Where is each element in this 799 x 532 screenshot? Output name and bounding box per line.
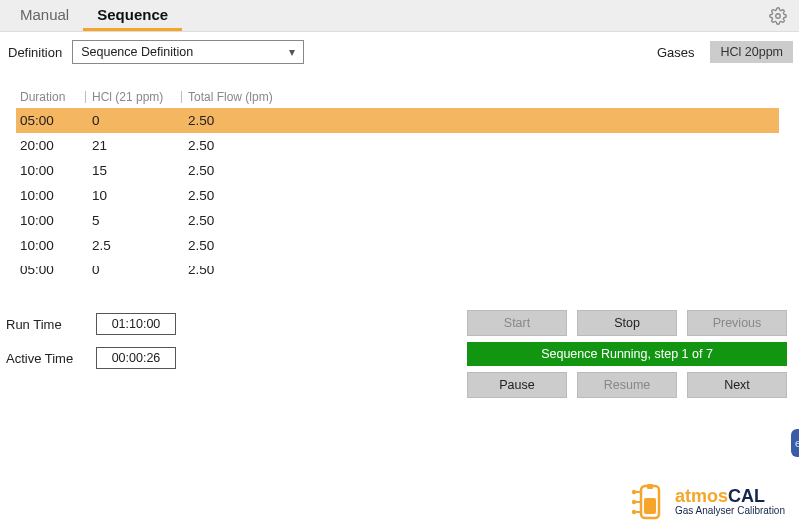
cell-hcl: 5 bbox=[92, 213, 188, 228]
cell-flow: 2.50 bbox=[188, 138, 298, 153]
cell-duration: 10:00 bbox=[16, 163, 92, 178]
table-row[interactable]: 20:00212.50 bbox=[16, 133, 779, 158]
brand-subtitle: Gas Analyser Calibration bbox=[675, 506, 785, 517]
tab-bar: Manual Sequence bbox=[0, 0, 799, 32]
svg-point-0 bbox=[776, 13, 781, 18]
brand-logo-text: atmosCAL Gas Analyser Calibration bbox=[675, 487, 785, 516]
svg-rect-3 bbox=[647, 484, 653, 489]
cell-hcl: 10 bbox=[92, 188, 188, 203]
cell-hcl: 2.5 bbox=[92, 238, 188, 253]
definition-row: Definition Sequence Definition ▾ Gases H… bbox=[0, 32, 799, 70]
button-panel: Start Stop Previous Sequence Running, st… bbox=[467, 310, 787, 404]
cell-flow: 2.50 bbox=[188, 113, 298, 128]
previous-button[interactable]: Previous bbox=[687, 310, 787, 336]
table-header: Duration HCl (21 ppm) Total Flow (lpm) bbox=[16, 86, 779, 108]
table-row[interactable]: 10:0052.50 bbox=[16, 208, 779, 233]
table-row[interactable]: 10:00102.50 bbox=[16, 183, 779, 208]
tab-sequence[interactable]: Sequence bbox=[83, 0, 182, 31]
definition-select-value: Sequence Definition bbox=[81, 45, 193, 59]
brand-logo-icon bbox=[627, 482, 667, 522]
start-button[interactable]: Start bbox=[467, 310, 567, 336]
pause-button[interactable]: Pause bbox=[467, 372, 567, 398]
gases-label: Gases bbox=[657, 45, 695, 60]
cell-duration: 10:00 bbox=[16, 188, 92, 203]
col-header-hcl[interactable]: HCl (21 ppm) bbox=[92, 90, 188, 104]
active-time-label: Active Time bbox=[6, 351, 96, 366]
cell-duration: 05:00 bbox=[16, 263, 92, 277]
status-bar: Sequence Running, step 1 of 7 bbox=[467, 342, 787, 366]
cell-duration: 10:00 bbox=[16, 213, 92, 228]
table-row[interactable]: 10:002.52.50 bbox=[16, 233, 779, 258]
cell-hcl: 0 bbox=[92, 263, 188, 277]
cell-duration: 10:00 bbox=[16, 238, 92, 253]
chevron-down-icon: ▾ bbox=[289, 45, 295, 59]
gear-icon[interactable] bbox=[769, 7, 787, 25]
gas-chip[interactable]: HCl 20ppm bbox=[710, 41, 793, 63]
sequence-table: Duration HCl (21 ppm) Total Flow (lpm) 0… bbox=[16, 86, 779, 282]
cell-flow: 2.50 bbox=[188, 188, 298, 203]
side-tab[interactable]: e bbox=[791, 429, 799, 457]
run-time-value[interactable]: 01:10:00 bbox=[96, 313, 176, 335]
table-body: 05:0002.5020:00212.5010:00152.5010:00102… bbox=[16, 108, 779, 282]
svg-point-5 bbox=[632, 500, 636, 504]
svg-rect-2 bbox=[644, 498, 656, 514]
cell-duration: 05:00 bbox=[16, 113, 92, 128]
active-time-value[interactable]: 00:00:26 bbox=[96, 347, 176, 369]
controls-row: Run Time 01:10:00 Active Time 00:00:26 S… bbox=[0, 310, 799, 404]
brand-name-a: atmos bbox=[675, 486, 728, 506]
brand-logo: atmosCAL Gas Analyser Calibration bbox=[627, 482, 785, 522]
tab-manual[interactable]: Manual bbox=[6, 0, 83, 31]
col-header-duration[interactable]: Duration bbox=[16, 90, 92, 104]
cell-hcl: 15 bbox=[92, 163, 188, 178]
next-button[interactable]: Next bbox=[687, 372, 787, 398]
cell-duration: 20:00 bbox=[16, 138, 92, 153]
svg-point-6 bbox=[632, 510, 636, 514]
run-time-label: Run Time bbox=[6, 317, 96, 332]
cell-hcl: 21 bbox=[92, 138, 188, 153]
cell-flow: 2.50 bbox=[188, 163, 298, 178]
svg-point-4 bbox=[632, 490, 636, 494]
stop-button[interactable]: Stop bbox=[577, 310, 677, 336]
table-row[interactable]: 05:0002.50 bbox=[16, 108, 779, 133]
cell-flow: 2.50 bbox=[188, 213, 298, 228]
cell-flow: 2.50 bbox=[188, 263, 298, 277]
definition-select[interactable]: Sequence Definition ▾ bbox=[72, 40, 304, 64]
timer-panel: Run Time 01:10:00 Active Time 00:00:26 bbox=[6, 310, 176, 404]
table-row[interactable]: 10:00152.50 bbox=[16, 158, 779, 183]
cell-hcl: 0 bbox=[92, 113, 188, 128]
table-row[interactable]: 05:0002.50 bbox=[16, 258, 779, 282]
definition-label: Definition bbox=[8, 45, 62, 60]
resume-button[interactable]: Resume bbox=[577, 372, 677, 398]
brand-name-b: CAL bbox=[728, 486, 765, 506]
cell-flow: 2.50 bbox=[188, 238, 298, 253]
col-header-flow[interactable]: Total Flow (lpm) bbox=[188, 90, 298, 104]
